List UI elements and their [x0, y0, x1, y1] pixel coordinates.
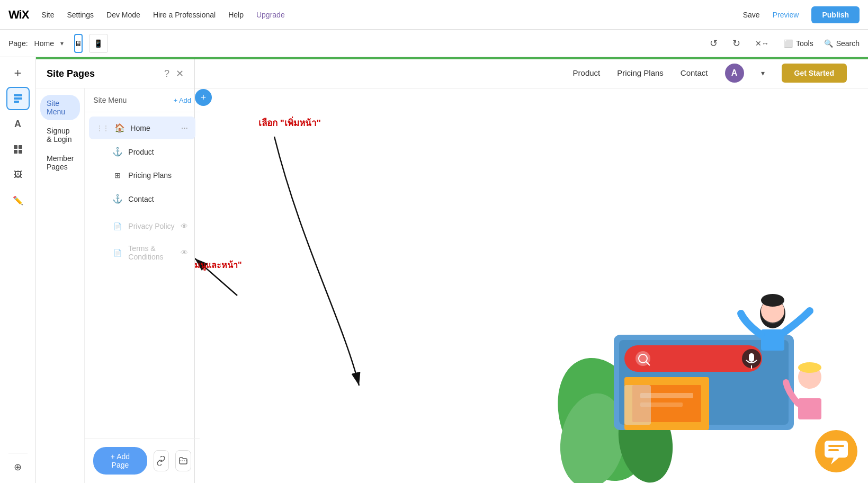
save-button[interactable]: Save — [743, 11, 760, 19]
sidebar-media-button[interactable]: 🖼 — [6, 163, 30, 186]
get-started-button[interactable]: Get Started — [782, 64, 847, 83]
nav-item-site-menu[interactable]: Site Menu — [40, 95, 80, 120]
svg-rect-5 — [14, 150, 17, 154]
terms-page-icon: 📄 — [112, 249, 123, 257]
preview-button[interactable]: Preview — [773, 11, 799, 19]
folder-icon-button[interactable] — [175, 450, 191, 471]
sidebar-pages-button[interactable] — [6, 87, 30, 110]
page-item-terms-conditions[interactable]: 📄 Terms & Conditions 👁 — [89, 238, 195, 267]
product-page-name: Product — [128, 148, 175, 156]
page-item-pricing-plans[interactable]: ⊞ Pricing Plans ··· — [89, 164, 195, 186]
drag-handle-home[interactable]: ⋮⋮ — [96, 124, 109, 132]
privacy-page-name: Privacy Policy — [128, 222, 175, 230]
page-item-privacy-policy[interactable]: 📄 Privacy Policy 👁 — [89, 216, 195, 237]
panel-footer: + Add Page — [85, 438, 200, 483]
mobile-view-button[interactable]: 📱 — [89, 34, 108, 53]
tools-button[interactable]: ⬜ Tools — [780, 37, 818, 50]
illustration-area — [550, 218, 868, 483]
svg-rect-0 — [14, 94, 22, 96]
nav-item-signup-login[interactable]: Signup & Login — [40, 122, 80, 148]
folder-icon — [178, 456, 188, 466]
home-page-more-button[interactable]: ··· — [181, 123, 188, 133]
terms-page-name: Terms & Conditions — [128, 244, 175, 261]
nav-upgrade[interactable]: Upgrade — [256, 11, 285, 19]
page-item-contact[interactable]: ⚓ Contact ··· — [89, 187, 195, 210]
add-page-inline-button[interactable]: + Add — [173, 96, 191, 104]
svg-rect-36 — [828, 449, 839, 451]
pricing-page-name: Pricing Plans — [128, 171, 175, 180]
nav-help[interactable]: Help — [228, 11, 244, 19]
website-nav-contact[interactable]: Contact — [681, 68, 708, 77]
nav-devmode[interactable]: Dev Mode — [106, 11, 140, 19]
sidebar-apps-button[interactable] — [6, 138, 30, 161]
canvas-area: Product Pricing Plans Contact A ▾ Get St… — [195, 57, 868, 483]
panel-right-header: Site Menu + Add — [85, 88, 200, 112]
nav-site[interactable]: Site — [41, 11, 54, 19]
search-label: Search — [836, 39, 860, 48]
second-toolbar: Page: Home ▾ 🖥 📱 ↺ ↻ ✕↔ ⬜ Tools 🔍 Search — [0, 30, 868, 57]
page-dropdown-icon[interactable]: ▾ — [60, 40, 64, 47]
page-item-home[interactable]: ⋮⋮ 🏠 Home ··· — [89, 117, 195, 139]
panel-close-button[interactable]: ✕ — [176, 68, 184, 79]
svg-rect-1 — [14, 97, 22, 100]
nav-hire[interactable]: Hire a Professional — [153, 11, 216, 19]
wix-logo: WiX — [8, 8, 29, 22]
terms-hidden-icon: 👁 — [181, 248, 188, 257]
page-list: ⋮⋮ 🏠 Home ··· ⚓ Product ··· — [85, 112, 200, 438]
svg-rect-35 — [828, 445, 844, 447]
website-dropdown-icon[interactable]: ▾ — [761, 69, 765, 77]
zoom-button[interactable]: ✕↔ — [751, 37, 773, 50]
annotation-click-menu: คลิกที่ "เมนูและหน้า" — [195, 258, 242, 272]
page-label: Page: — [8, 39, 28, 48]
panel-header-icons: ? ✕ — [164, 68, 184, 79]
hero-illustration — [550, 218, 868, 483]
sidebar-layers-button[interactable]: ⊕ — [6, 455, 30, 479]
product-page-icon: ⚓ — [112, 147, 123, 157]
pages-icon — [12, 93, 24, 104]
sidebar-blog-button[interactable]: ✏️ — [6, 189, 30, 212]
contact-page-name: Contact — [128, 195, 175, 203]
website-navbar: Product Pricing Plans Contact A ▾ Get St… — [195, 57, 868, 89]
left-sidebar: + A 🖼 ✏️ ⊕ — [0, 57, 36, 483]
privacy-page-icon: 📄 — [112, 222, 123, 230]
svg-rect-3 — [14, 145, 17, 149]
panel-top-border — [0, 57, 868, 59]
privacy-hidden-icon: 👁 — [181, 222, 188, 230]
svg-rect-2 — [14, 101, 19, 103]
sidebar-add-button[interactable]: + — [6, 61, 30, 85]
website-avatar: A — [725, 64, 744, 83]
panel-right-title: Site Menu — [93, 96, 127, 104]
add-page-button[interactable]: + Add Page — [93, 447, 147, 475]
tools-icon: ⬜ — [784, 39, 793, 48]
home-page-name: Home — [130, 124, 175, 132]
undo-button[interactable]: ↺ — [705, 35, 722, 51]
main-area: + A 🖼 ✏️ ⊕ Site Pages — [0, 57, 868, 483]
svg-point-31 — [798, 362, 821, 373]
desktop-view-button[interactable]: 🖥 — [74, 34, 83, 53]
panel-help-button[interactable]: ? — [164, 68, 169, 79]
svg-rect-4 — [19, 145, 22, 149]
search-button[interactable]: 🔍 Search — [824, 39, 860, 48]
tools-label: Tools — [796, 39, 813, 48]
link-icon-button[interactable] — [154, 450, 169, 471]
publish-button[interactable]: Publish — [811, 6, 860, 23]
nav-item-member-pages[interactable]: Member Pages — [40, 150, 80, 175]
panel-right: Site Menu + Add ⋮⋮ 🏠 Home ··· ⚓ — [85, 88, 200, 483]
website-nav-pricing[interactable]: Pricing Plans — [617, 68, 664, 77]
site-pages-panel: Site Pages ? ✕ Site Menu Signup & Login … — [36, 57, 195, 483]
home-page-icon: 🏠 — [114, 123, 125, 133]
panel-header: Site Pages ? ✕ — [36, 57, 194, 88]
website-preview: Product Pricing Plans Contact A ▾ Get St… — [195, 57, 868, 483]
page-item-product[interactable]: ⚓ Product ··· — [89, 140, 195, 163]
pricing-page-icon: ⊞ — [112, 171, 123, 180]
redo-button[interactable]: ↻ — [728, 35, 745, 51]
website-nav-product[interactable]: Product — [573, 68, 601, 77]
nav-settings[interactable]: Settings — [67, 11, 94, 19]
svg-point-28 — [761, 294, 784, 307]
sidebar-theme-button[interactable]: A — [6, 112, 30, 136]
panel-content: Site Menu Signup & Login Member Pages Si… — [36, 88, 194, 483]
svg-rect-24 — [624, 385, 651, 425]
panel-left-nav: Site Menu Signup & Login Member Pages — [36, 88, 85, 483]
svg-rect-6 — [19, 150, 22, 154]
apps-icon — [13, 144, 23, 155]
